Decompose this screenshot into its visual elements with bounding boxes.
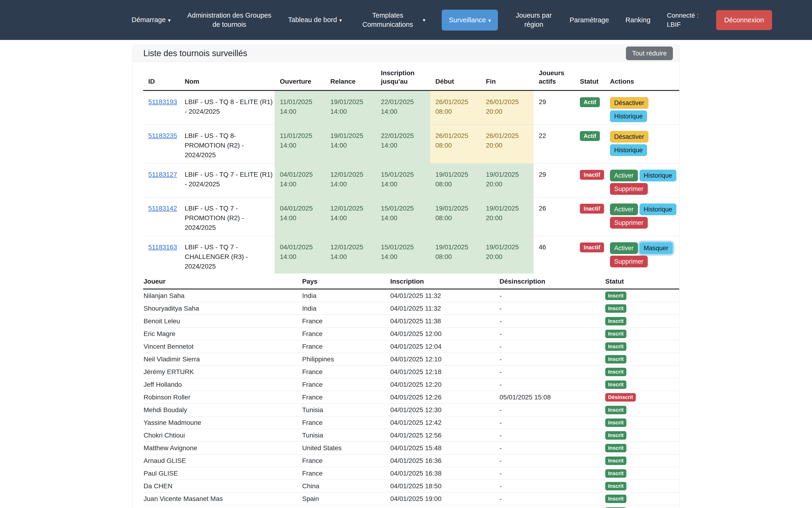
tournament-id-link[interactable]: 51183142	[148, 205, 177, 212]
nav-item-parametrage[interactable]: Paramétrage	[569, 15, 609, 25]
relance-cell: 19/01/202514:00	[325, 90, 376, 125]
list-item: Chokri ChtiouiTunisia04/01/2025 12:56-In…	[143, 429, 679, 442]
status-badge: Désinscrit	[605, 393, 636, 401]
player-inscription: 04/01/2025 12:18	[390, 366, 499, 378]
list-item: Vincent BennetotFrance04/01/2025 12:04-I…	[143, 340, 679, 353]
deactivate-button[interactable]: Désactiver	[610, 97, 648, 109]
activate-button[interactable]: Activer	[610, 204, 638, 215]
active-players-count: 29	[533, 90, 575, 125]
inscription-cell: 15/01/202514:00	[376, 164, 430, 197]
active-players-count: 26	[533, 197, 575, 236]
chevron-down-icon: ▾	[339, 16, 342, 25]
hide-button[interactable]: Masquer	[640, 242, 673, 254]
list-item: Da CHENChina04/01/2025 18:50-Inscrit	[143, 480, 679, 493]
nav-item-ranking[interactable]: Ranking	[626, 15, 650, 25]
deactivate-button[interactable]: Désactiver	[610, 131, 648, 143]
tournament-id-link[interactable]: 51183163	[148, 244, 177, 251]
player-desinscription: -	[499, 493, 605, 505]
status-badge: Inscrit	[605, 380, 627, 389]
list-item: Benoit LeleuFrance04/01/2025 11:38-Inscr…	[143, 315, 679, 328]
status-badge: Inscrit	[605, 495, 627, 503]
player-desinscription: -	[499, 429, 605, 442]
player-inscription: 04/01/2025 11:32	[390, 302, 499, 315]
player-name: Shouryaditya Saha	[143, 302, 302, 315]
tournament-id-link[interactable]: 51183193	[148, 98, 177, 105]
player-name: Neil Vladimir Sierra	[143, 353, 302, 366]
status-badge: Inscrit	[605, 444, 627, 452]
history-button[interactable]: Historique	[640, 170, 677, 181]
history-button[interactable]: Historique	[640, 204, 677, 215]
tournament-id-link[interactable]: 51183235	[148, 132, 177, 139]
col-header-debut: Début	[430, 62, 481, 90]
list-item: Jiayue ChangChina05/01/2025 01:02-Inscri…	[143, 505, 679, 508]
status-badge: Inactif	[580, 243, 604, 252]
player-country: France	[302, 416, 390, 429]
list-item: Jeff HollandoFrance04/01/2025 12:20-Insc…	[143, 378, 679, 391]
col-header-statut: Statut	[605, 273, 679, 289]
ouverture-cell: 04/01/202514:00	[275, 236, 325, 274]
nav-item-surveillance[interactable]: Surveillance▾	[442, 10, 498, 31]
collapse-all-button[interactable]: Tout réduire	[626, 46, 673, 60]
player-name: Benoit Leleu	[143, 315, 302, 328]
col-header-actions: Actions	[605, 62, 679, 90]
player-country: Tunisia	[302, 404, 390, 416]
list-item: Matthew AvignoneUnited States04/01/2025 …	[143, 442, 679, 455]
player-name: Paul GLISE	[143, 467, 302, 480]
player-country: Tunisia	[302, 429, 390, 442]
player-country: Philippines	[302, 353, 390, 366]
player-inscription: 04/01/2025 16:36	[390, 455, 499, 467]
delete-button[interactable]: Supprimer	[610, 256, 648, 267]
tournament-id-link[interactable]: 51183127	[148, 171, 177, 178]
activate-button[interactable]: Activer	[610, 170, 638, 181]
chevron-down-icon: ▾	[168, 16, 171, 25]
status-badge: Inscrit	[605, 457, 627, 465]
relance-cell: 12/01/202514:00	[325, 197, 376, 236]
list-item: Jérémy ERTURKFrance04/01/2025 12:18-Insc…	[143, 366, 679, 378]
nav-item-templates-communications[interactable]: Templates Communications▾	[358, 11, 425, 29]
nav-item-joueurs-par-region[interactable]: Joueurs par région	[514, 11, 553, 29]
nav-item-demarrage[interactable]: Démarrage▾	[132, 15, 171, 25]
player-name: Yassine Madmoune	[143, 416, 302, 429]
player-desinscription: -	[499, 378, 605, 391]
player-country: France	[302, 340, 390, 353]
col-header-fin: Fin	[481, 62, 533, 90]
ouverture-cell: 11/01/202514:00	[275, 125, 325, 164]
player-name: Jeff Hollando	[143, 378, 302, 391]
nav-item-tableau-de-bord[interactable]: Tableau de bord▾	[288, 15, 342, 25]
player-inscription: 05/01/2025 01:02	[390, 505, 499, 508]
delete-button[interactable]: Supprimer	[610, 183, 648, 195]
history-button[interactable]: Historique	[610, 111, 647, 122]
ouverture-cell: 04/01/202514:00	[275, 164, 325, 197]
player-name: Da CHEN	[143, 480, 302, 493]
activate-button[interactable]: Activer	[610, 242, 638, 254]
list-item: Eric MagreFrance04/01/2025 12:00-Inscrit	[143, 328, 679, 340]
status-badge: Inactif	[580, 170, 604, 180]
inscription-cell: 15/01/202514:00	[376, 197, 430, 236]
player-desinscription: -	[499, 340, 605, 353]
player-country: France	[302, 455, 390, 467]
status-badge: Inscrit	[605, 292, 627, 300]
tournament-name: LBIF - US - TQ 7 - PROMOTION (R2) - 2024…	[179, 197, 275, 236]
status-badge: Inscrit	[605, 431, 627, 439]
player-name: Nilanjan Saha	[143, 289, 302, 302]
panel-body: ID Nom Ouverture Relance Inscription jus…	[132, 62, 680, 508]
col-header-ouverture: Ouverture	[275, 62, 325, 90]
table-row: 51183163 LBIF - US - TQ 7 - CHALLENGER (…	[143, 236, 679, 274]
nav-item-administration-groupes[interactable]: Administration des Groupes de tournois	[187, 11, 271, 29]
tournament-name: LBIF - US - TQ 8- PROMOTION (R2) - 2024/…	[179, 125, 275, 164]
player-inscription: 04/01/2025 12:04	[390, 340, 499, 353]
relance-cell: 12/01/202514:00	[325, 236, 376, 274]
player-inscription: 04/01/2025 15:48	[390, 442, 499, 455]
player-desinscription: -	[499, 302, 605, 315]
delete-button[interactable]: Supprimer	[610, 217, 648, 228]
history-button[interactable]: Historique	[610, 144, 647, 156]
logout-button[interactable]: Déconnexion	[716, 10, 772, 30]
list-item: Robinson RollerFrance04/01/2025 12:2605/…	[143, 391, 679, 404]
player-inscription: 04/01/2025 12:00	[390, 328, 499, 340]
ouverture-cell: 11/01/202514:00	[275, 90, 325, 125]
player-desinscription: -	[499, 416, 605, 429]
connected-user-label: Connecté : LBIF	[667, 11, 700, 29]
player-name: Eric Magre	[143, 328, 302, 340]
player-name: Mehdi Boudaly	[143, 404, 302, 416]
players-header-row: Joueur Pays Inscription Désinscription S…	[143, 273, 679, 289]
